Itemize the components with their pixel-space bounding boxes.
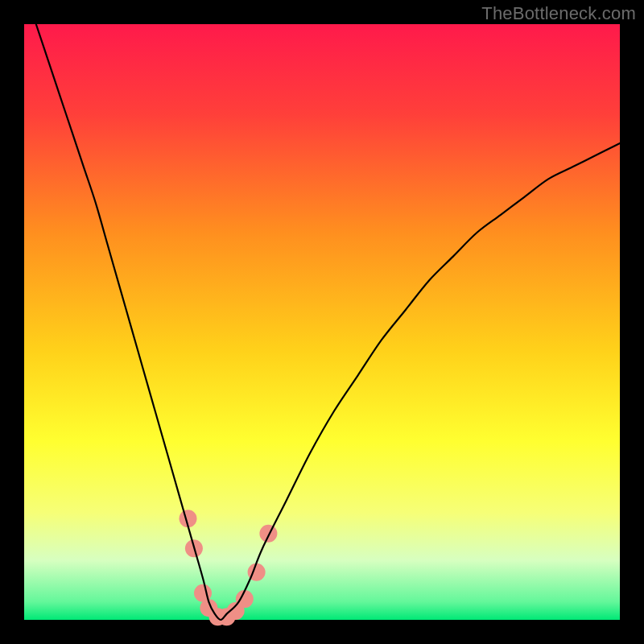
bottleneck-chart	[0, 0, 644, 644]
plot-background	[24, 24, 620, 620]
watermark-text: TheBottleneck.com	[481, 3, 636, 24]
chart-frame: TheBottleneck.com	[0, 0, 644, 644]
highlight-dot	[259, 525, 277, 543]
